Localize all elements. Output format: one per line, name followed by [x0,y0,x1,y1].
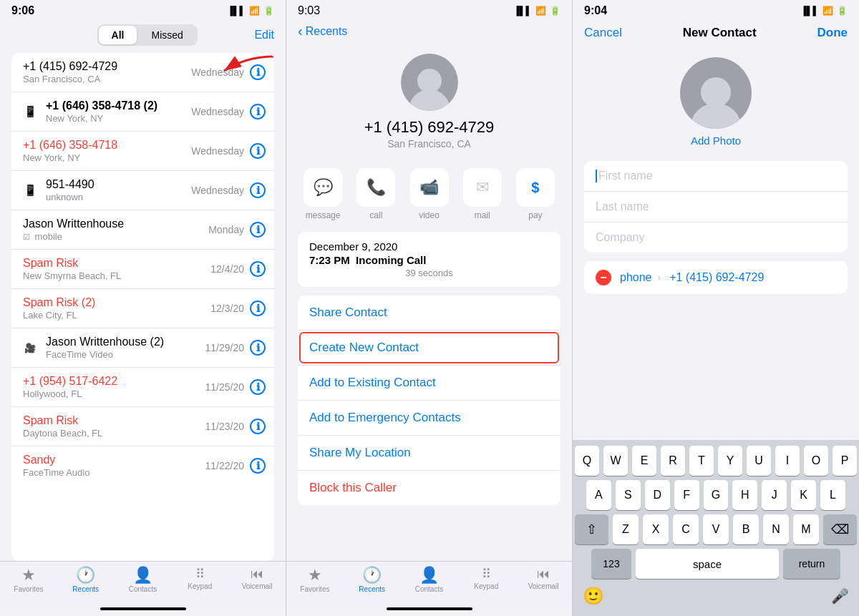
key-X[interactable]: X [643,514,669,544]
tab-contacts-2[interactable]: 👤 Contacts [401,567,458,593]
signal-icon: ▐▌▌ [227,6,246,16]
call-btn-circle[interactable]: 📞 [356,168,395,207]
remove-phone-button[interactable]: − [596,270,611,285]
tab-recents-1[interactable]: 🕐 Recents [57,567,115,593]
call-item-5[interactable]: Spam Risk New Smyrna Beach, FL 12/4/20 [11,250,274,289]
call-item-6[interactable]: Spam Risk (2) Lake City, FL 12/3/20 [11,289,274,328]
tab-keypad-2[interactable]: ⠿ Keypad [457,567,515,593]
tab-voicemail-2[interactable]: ⏮ Voicemail [515,567,572,593]
info-btn-4[interactable] [250,222,266,238]
option-share-contact[interactable]: Share Contact [298,295,560,331]
info-btn-2[interactable] [250,143,266,159]
tab-voicemail-1[interactable]: ⏮ Voicemail [228,567,286,593]
key-Q[interactable]: Q [575,446,599,476]
key-U[interactable]: U [747,446,771,476]
back-button[interactable]: ‹ Recents [298,23,347,39]
key-C[interactable]: C [673,514,699,544]
action-video[interactable]: 📹 video [407,168,451,220]
tab-bar-2: ★ Favorites 🕐 Recents 👤 Contacts ⠿ Keypa… [286,561,572,605]
video-btn-circle[interactable]: 📹 [410,168,449,207]
action-mail[interactable]: ✉ mail [460,168,505,220]
add-photo-button[interactable]: Add Photo [691,135,741,147]
action-message[interactable]: 💬 message [301,168,345,220]
key-L[interactable]: L [820,480,845,510]
info-btn-7[interactable] [250,340,266,356]
key-J[interactable]: J [762,480,787,510]
key-A[interactable]: A [586,480,611,510]
key-H[interactable]: H [732,480,757,510]
tab-contacts-1[interactable]: 👤 Contacts [115,567,172,593]
call-item-4[interactable]: Jason Writtenhouse ☑ mobile Monday [11,210,274,250]
option-create-contact[interactable]: Create New Contact [298,331,560,366]
mail-btn-circle[interactable]: ✉ [463,168,502,207]
space-key[interactable]: space [636,549,779,579]
tab-favorites-2[interactable]: ★ Favorites [286,567,344,593]
info-btn-3[interactable] [250,182,266,198]
done-button[interactable]: Done [817,26,848,40]
option-block-caller[interactable]: Block this Caller [298,471,560,505]
key-P[interactable]: P [833,446,857,476]
info-btn-1[interactable] [250,104,266,119]
key-K[interactable]: K [791,480,816,510]
tab-recents-2[interactable]: 🕐 Recents [344,567,401,593]
call-meta-7: 11/29/20 [205,340,275,356]
call-item-2[interactable]: +1 (646) 358-4718 New York, NY Wednesday [11,132,274,171]
key-S[interactable]: S [616,480,641,510]
key-W[interactable]: W [603,446,628,476]
emoji-key[interactable]: 🙂 [577,583,610,609]
key-V[interactable]: V [703,514,729,544]
call-item-10[interactable]: Sandy FaceTime Audio 11/22/20 [11,446,274,485]
segment-missed[interactable]: Missed [138,26,195,44]
call-item-3[interactable]: 📱 951-4490 unknown Wednesday [11,171,274,210]
key-T[interactable]: T [689,446,714,476]
key-Y[interactable]: Y [718,446,742,476]
call-meta-2: Wednesday [191,143,274,159]
info-btn-6[interactable] [250,300,266,316]
cancel-button[interactable]: Cancel [584,26,622,40]
tab-favorites-1[interactable]: ★ Favorites [0,567,57,593]
edit-button[interactable]: Edit [254,29,274,41]
info-btn-10[interactable] [250,458,266,474]
segment-all[interactable]: All [99,26,137,44]
key-M[interactable]: M [793,514,819,544]
key-N[interactable]: N [763,514,789,544]
call-item-1[interactable]: 📱 +1 (646) 358-4718 (2) New York, NY Wed… [11,92,274,132]
call-item-8[interactable]: +1 (954) 517-6422 Hollywood, FL 11/25/20 [11,368,274,407]
info-btn-9[interactable] [250,419,266,434]
tab-keypad-1[interactable]: ⠿ Keypad [171,567,228,593]
call-name-7: Jason Writtenhouse (2) [46,336,205,348]
action-pay[interactable]: $ pay [513,168,558,220]
num-key[interactable]: 123 [591,549,631,579]
key-I[interactable]: I [775,446,800,476]
call-sub-7: FaceTime Video [46,349,205,360]
info-btn-0[interactable] [250,64,266,80]
key-F[interactable]: F [674,480,699,510]
option-share-location[interactable]: Share My Location [298,436,560,471]
key-O[interactable]: O [804,446,828,476]
delete-key[interactable]: ⌫ [823,514,857,544]
message-btn-circle[interactable]: 💬 [304,168,342,207]
key-E[interactable]: E [632,446,656,476]
call-meta-4: Monday [208,222,274,238]
return-key[interactable]: return [783,549,840,579]
info-btn-5[interactable] [250,261,266,277]
action-buttons: 💬 message 📞 call 📹 video ✉ mail $ [286,161,572,232]
key-Z[interactable]: Z [613,514,639,544]
shift-key[interactable]: ⇧ [575,514,608,544]
key-B[interactable]: B [733,514,759,544]
company-field[interactable]: Company [584,223,848,253]
key-D[interactable]: D [645,480,670,510]
option-add-emergency[interactable]: Add to Emergency Contacts [298,401,560,436]
call-item-0[interactable]: +1 (415) 692-4729 San Francisco, CA Wedn… [11,53,274,92]
info-btn-8[interactable] [250,379,266,395]
option-add-existing[interactable]: Add to Existing Contact [298,366,560,401]
pay-btn-circle[interactable]: $ [516,168,555,207]
call-item-9[interactable]: Spam Risk Daytona Beach, FL 11/23/20 [11,407,274,446]
key-R[interactable]: R [661,446,685,476]
call-item-7[interactable]: 🎥 Jason Writtenhouse (2) FaceTime Video … [11,328,274,368]
mic-key[interactable]: 🎤 [825,585,855,607]
first-name-field[interactable]: First name [584,161,848,192]
last-name-field[interactable]: Last name [584,192,848,223]
action-call[interactable]: 📞 call [354,168,398,220]
key-G[interactable]: G [704,480,729,510]
